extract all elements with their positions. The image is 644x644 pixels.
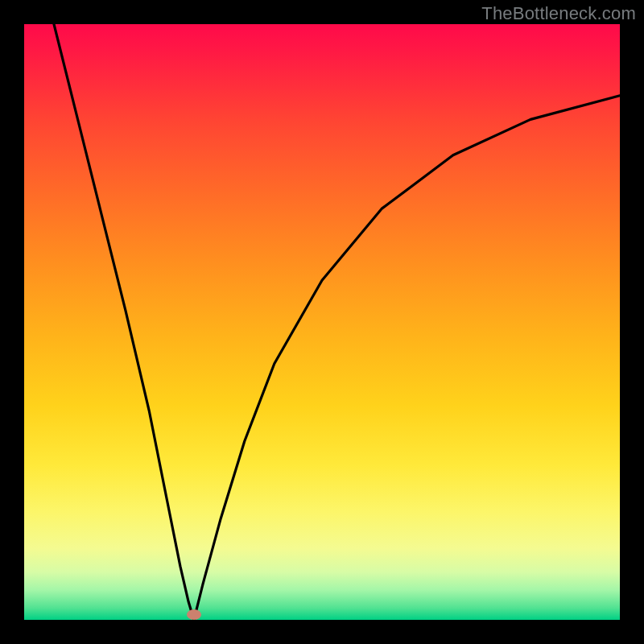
bottleneck-curve <box>24 24 620 620</box>
watermark-text: TheBottleneck.com <box>481 3 636 24</box>
optimum-marker <box>187 609 201 620</box>
